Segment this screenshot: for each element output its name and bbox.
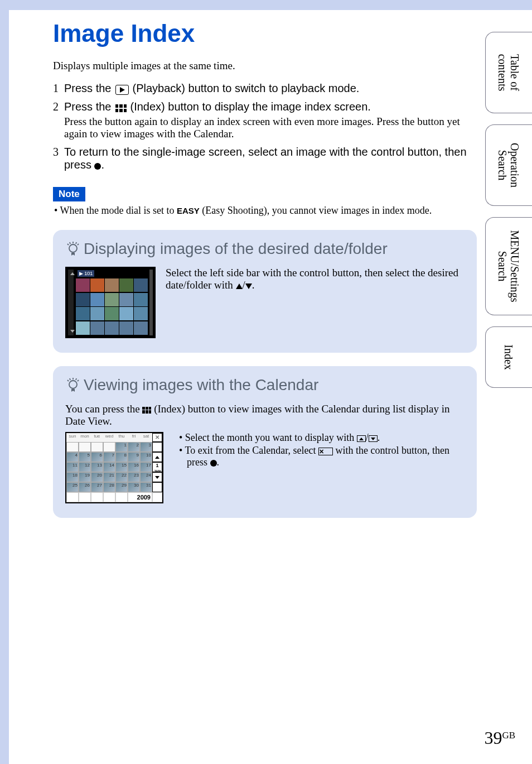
step-2-note: Press the button again to display an ind… (64, 116, 477, 140)
step-3: 3 To return to the single-image screen, … (53, 146, 477, 171)
calendar-month-label: 1JAN (152, 462, 162, 472)
thumb-folder-label: ▶ 101 (78, 270, 94, 277)
svg-text:contents: contents (496, 54, 509, 92)
close-button-icon: ✕ (318, 448, 333, 455)
playback-icon (115, 85, 129, 95)
svg-line-15 (67, 380, 69, 381)
note-bullet: • When the mode dial is set to EASY (Eas… (53, 205, 477, 217)
svg-text:Search: Search (496, 251, 509, 281)
step-2-text-b: (Index) button to display the image inde… (130, 100, 371, 113)
button-up-icon (357, 435, 366, 442)
note-text-a: • When the mode dial is set to (54, 205, 177, 216)
svg-text:Index: Index (502, 344, 515, 370)
calendar-down-icon (152, 472, 162, 482)
tip1-text: Select the left side bar with the contro… (166, 267, 465, 291)
step-1-text-a: Press the (64, 82, 114, 94)
intro-text: Displays multiple images at the same tim… (53, 60, 477, 72)
triangle-down-icon (245, 284, 252, 289)
step-2-text-a: Press the (64, 100, 114, 113)
index-icon (142, 407, 151, 414)
tip2-intro: You can press the (Index) button to view… (65, 403, 465, 427)
button-down-icon (369, 435, 378, 442)
tab-index[interactable]: Index (485, 326, 532, 388)
page-content: Image Index Displays multiple images at … (53, 20, 477, 518)
page-number: 39GB (484, 728, 515, 748)
note-badge: Note (53, 187, 85, 201)
svg-line-12 (76, 242, 76, 244)
step-2: 2 Press the (Index) button to display th… (53, 100, 477, 140)
tip2-bullet-2: To exit from the Calendar, select ✕ with… (179, 445, 465, 468)
tip-icon (65, 377, 81, 393)
calendar-up-icon (152, 452, 162, 462)
step-3-text-b: . (101, 158, 104, 171)
triangle-up-icon (236, 284, 243, 289)
svg-line-11 (70, 242, 70, 244)
tip-icon (65, 241, 81, 257)
left-decorative-strip (0, 0, 9, 764)
svg-point-7 (69, 244, 77, 252)
svg-text:MENU/Settings: MENU/Settings (508, 230, 521, 302)
easy-label: EASY (177, 206, 200, 215)
center-button-icon (210, 460, 217, 467)
step-1-text-b: (Playback) button to switch to playback … (133, 82, 360, 94)
top-decorative-strip (0, 0, 532, 10)
svg-line-17 (70, 378, 70, 380)
calendar-year: 2009 (128, 492, 152, 502)
svg-line-10 (78, 244, 79, 245)
svg-point-13 (69, 381, 77, 388)
calendar-close-icon: ✕ (152, 433, 162, 442)
step-3-text-a: To return to the single-image screen, se… (64, 146, 467, 171)
note-text-b: (Easy Shooting), you cannot view images … (200, 205, 432, 216)
page-title: Image Index (53, 20, 477, 47)
tip2-title: Viewing images with the Calendar (84, 376, 318, 394)
tip2-bullet-1: Select the month you want to display wit… (179, 432, 465, 444)
tip1-title: Displaying images of the desired date/fo… (84, 240, 388, 258)
svg-text:Table of: Table of (509, 54, 521, 91)
index-screen-thumbnail: ▶ 101 (65, 267, 156, 338)
step-3-number: 3 (53, 146, 64, 158)
tip-box-date-folder: Displaying images of the desired date/fo… (53, 230, 477, 353)
side-tabs: Table of contents Operation Search MENU/… (485, 32, 532, 399)
svg-line-18 (76, 378, 76, 380)
svg-line-16 (78, 380, 79, 381)
center-button-icon (94, 163, 101, 170)
tip-box-calendar: Viewing images with the Calendar You can… (53, 366, 477, 518)
tab-operation-search[interactable]: Operation Search (485, 124, 532, 206)
tab-menu-settings-search[interactable]: MENU/Settings Search (485, 217, 532, 315)
tab-table-of-contents[interactable]: Table of contents (485, 32, 532, 113)
calendar-thumbnail: sunmontuewedthufrisat ✕ 123 45678910 111… (65, 432, 163, 503)
tip2-bullets: Select the month you want to display wit… (176, 432, 465, 469)
svg-text:Search: Search (496, 150, 509, 180)
index-icon (115, 104, 127, 112)
step-1: 1 Press the (Playback) button to switch … (53, 82, 477, 95)
step-2-number: 2 (53, 100, 64, 113)
svg-text:Operation: Operation (508, 143, 521, 188)
step-list: 1 Press the (Playback) button to switch … (53, 82, 477, 171)
svg-line-9 (67, 244, 69, 245)
step-1-number: 1 (53, 82, 64, 95)
